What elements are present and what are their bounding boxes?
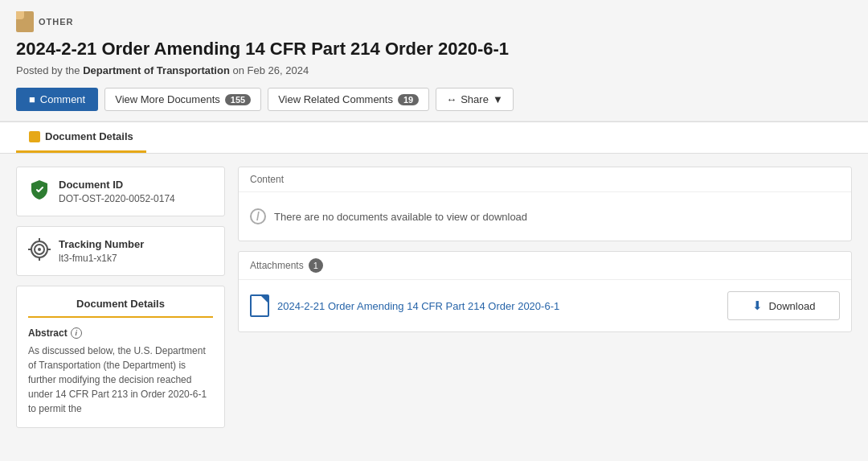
document-details-card: Document Details Abstract i As discussed… [16, 286, 225, 428]
tracking-number-content: Tracking Number lt3-fmu1-x1k7 [59, 238, 144, 264]
comment-label: Comment [40, 93, 85, 105]
shield-icon [28, 179, 51, 201]
attachments-count: 1 [309, 258, 323, 273]
svg-point-2 [38, 248, 41, 251]
view-related-label: View Related Comments [278, 93, 393, 105]
left-sidebar: Document ID DOT-OST-2020-0052-0174 Track… [16, 167, 225, 428]
abstract-info-icon[interactable]: i [71, 327, 82, 339]
content-box: Content There are no documents available… [238, 167, 852, 241]
abstract-text: As discussed below, the U.S. Department … [28, 344, 213, 416]
posted-prefix: Posted by the [16, 64, 83, 76]
document-details-title: Document Details [28, 298, 213, 318]
file-icon [250, 294, 269, 317]
doc-type-badge: OTHER [16, 11, 852, 32]
view-related-count: 19 [398, 94, 419, 105]
attachment-item: 2024-2-21 Order Amending 14 CFR Part 214… [239, 279, 851, 331]
right-content: Content There are no documents available… [238, 167, 852, 428]
tab-label: Document Details [45, 130, 133, 142]
page-wrapper: OTHER 2024-2-21 Order Amending 14 CFR Pa… [0, 0, 868, 461]
tracking-number-label: Tracking Number [59, 238, 144, 250]
target-icon [28, 238, 51, 261]
attachments-header: Attachments 1 [239, 252, 851, 279]
abstract-label: Abstract i [28, 327, 213, 339]
posted-date: on Feb 26, 2024 [230, 64, 309, 76]
document-id-label: Document ID [59, 179, 175, 191]
doc-author: Department of Transportation [83, 64, 230, 76]
attachments-label: Attachments [250, 260, 304, 271]
action-bar: ■ Comment View More Documents 155 View R… [16, 88, 852, 121]
attachment-name: 2024-2-21 Order Amending 14 CFR Part 214… [277, 300, 559, 312]
doc-type-text: OTHER [39, 17, 74, 27]
view-more-documents-button[interactable]: View More Documents 155 [104, 88, 261, 111]
document-id-content: Document ID DOT-OST-2020-0052-0174 [59, 179, 175, 204]
tab-section: Document Details [0, 121, 868, 154]
share-icon: ↔ [446, 93, 457, 105]
tracking-number-card: Tracking Number lt3-fmu1-x1k7 [16, 226, 225, 276]
view-more-count: 155 [225, 94, 251, 105]
download-label: Download [769, 300, 816, 312]
share-chevron-icon: ▼ [493, 93, 503, 105]
tab-document-details[interactable]: Document Details [16, 122, 146, 153]
attachments-box: Attachments 1 2024-2-21 Order Amending 1… [238, 251, 852, 332]
abstract-text-label: Abstract [28, 327, 68, 339]
doc-meta: Posted by the Department of Transportati… [16, 64, 852, 76]
comment-button[interactable]: ■ Comment [16, 88, 98, 111]
share-button[interactable]: ↔ Share ▼ [436, 88, 514, 111]
document-id-card: Document ID DOT-OST-2020-0052-0174 [16, 167, 225, 216]
tracking-number-value: lt3-fmu1-x1k7 [59, 253, 144, 264]
tab-doc-icon [29, 131, 40, 142]
no-document-icon [250, 208, 266, 224]
comment-icon: ■ [29, 93, 35, 105]
download-icon: ⬇ [752, 298, 763, 313]
main-content: Document ID DOT-OST-2020-0052-0174 Track… [0, 154, 868, 441]
download-button[interactable]: ⬇ Download [727, 291, 840, 320]
header-section: OTHER 2024-2-21 Order Amending 14 CFR Pa… [0, 0, 868, 121]
share-label: Share [461, 93, 489, 105]
document-type-icon [16, 11, 34, 32]
doc-title: 2024-2-21 Order Amending 14 CFR Part 214… [16, 39, 852, 60]
view-more-label: View More Documents [115, 93, 220, 105]
content-header: Content [239, 167, 851, 192]
content-body: There are no documents available to view… [239, 192, 851, 241]
tab-bar: Document Details [16, 122, 852, 153]
no-docs-message: There are no documents available to view… [274, 211, 527, 223]
attachment-left: 2024-2-21 Order Amending 14 CFR Part 214… [250, 294, 559, 317]
document-id-value: DOT-OST-2020-0052-0174 [59, 193, 175, 204]
view-related-comments-button[interactable]: View Related Comments 19 [268, 88, 429, 111]
